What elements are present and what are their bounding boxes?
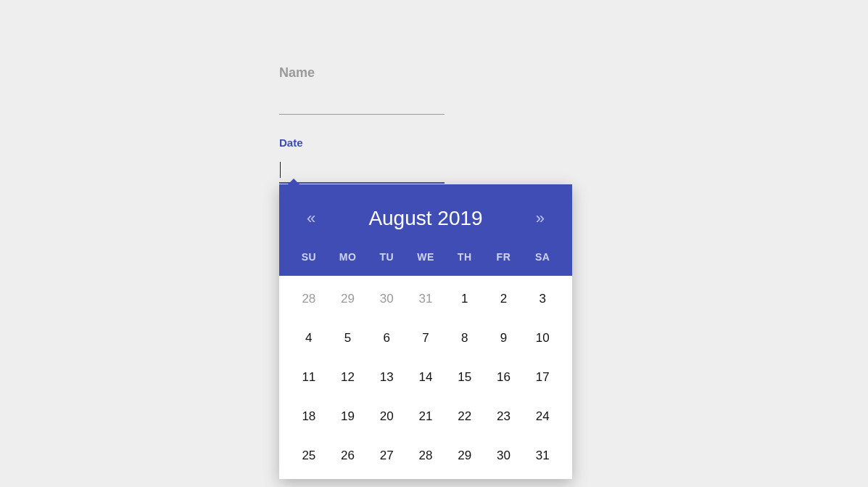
weekday-su: SU	[289, 251, 328, 263]
day-cell[interactable]: 29	[445, 447, 484, 465]
day-cell[interactable]: 14	[406, 369, 445, 386]
day-cell[interactable]: 16	[484, 369, 524, 386]
next-month-button[interactable]: »	[530, 206, 550, 231]
day-cell[interactable]: 25	[289, 447, 328, 465]
day-cell[interactable]: 18	[289, 408, 328, 425]
weekday-th: TH	[445, 251, 484, 263]
day-cell[interactable]: 1	[445, 290, 484, 308]
weekday-header-row: SU MO TU WE TH FR SA	[279, 238, 572, 276]
weekday-tu: TU	[367, 251, 406, 263]
name-input[interactable]	[279, 94, 445, 115]
day-cell[interactable]: 10	[523, 330, 562, 347]
day-cell[interactable]: 2	[484, 290, 524, 308]
day-cell[interactable]: 6	[367, 330, 406, 347]
day-cell[interactable]: 12	[328, 369, 368, 386]
date-label: Date	[279, 136, 445, 149]
day-cell[interactable]: 3	[523, 290, 562, 308]
datepicker-pointer	[288, 179, 299, 184]
day-cell[interactable]: 31	[523, 447, 562, 465]
day-cell[interactable]: 15	[445, 369, 484, 386]
day-cell[interactable]: 4	[289, 330, 328, 347]
weekday-we: WE	[406, 251, 445, 263]
day-cell[interactable]: 24	[523, 408, 562, 425]
day-cell[interactable]: 27	[367, 447, 406, 465]
day-cell[interactable]: 13	[367, 369, 406, 386]
day-cell[interactable]: 20	[367, 408, 406, 425]
day-cell[interactable]: 26	[328, 447, 368, 465]
day-cell[interactable]: 23	[484, 408, 524, 425]
name-field: Name	[279, 65, 445, 115]
day-cell[interactable]: 7	[406, 330, 445, 347]
datepicker: « August 2019 » SU MO TU WE TH FR SA 282…	[279, 184, 572, 479]
prev-month-button[interactable]: «	[301, 206, 321, 231]
day-cell[interactable]: 30	[484, 447, 524, 465]
calendar-row: 45678910	[289, 330, 562, 347]
day-cell[interactable]: 31	[406, 290, 445, 308]
weekday-mo: MO	[328, 251, 368, 263]
calendar-row: 25262728293031	[289, 447, 562, 465]
date-input[interactable]	[279, 162, 445, 184]
day-cell[interactable]: 30	[367, 290, 406, 308]
day-cell[interactable]: 5	[328, 330, 368, 347]
calendar-row: 28293031123	[289, 290, 562, 308]
name-label: Name	[279, 65, 445, 81]
datepicker-nav: « August 2019 »	[279, 206, 572, 238]
weekday-sa: SA	[523, 251, 562, 263]
date-field: Date	[279, 136, 445, 184]
day-cell[interactable]: 11	[289, 369, 328, 386]
day-cell[interactable]: 22	[445, 408, 484, 425]
day-cell[interactable]: 28	[406, 447, 445, 465]
text-caret	[280, 162, 281, 178]
calendar-row: 11121314151617	[289, 369, 562, 386]
day-cell[interactable]: 8	[445, 330, 484, 347]
datepicker-header: « August 2019 » SU MO TU WE TH FR SA	[279, 184, 572, 276]
datepicker-title[interactable]: August 2019	[368, 207, 482, 230]
calendar-row: 18192021222324	[289, 408, 562, 425]
day-cell[interactable]: 17	[523, 369, 562, 386]
day-cell[interactable]: 29	[328, 290, 368, 308]
day-cell[interactable]: 19	[328, 408, 368, 425]
day-cell[interactable]: 9	[484, 330, 524, 347]
datepicker-body: 2829303112345678910111213141516171819202…	[279, 276, 572, 479]
day-cell[interactable]: 21	[406, 408, 445, 425]
day-cell[interactable]: 28	[289, 290, 328, 308]
date-input-wrap	[279, 162, 445, 184]
weekday-fr: FR	[484, 251, 524, 263]
